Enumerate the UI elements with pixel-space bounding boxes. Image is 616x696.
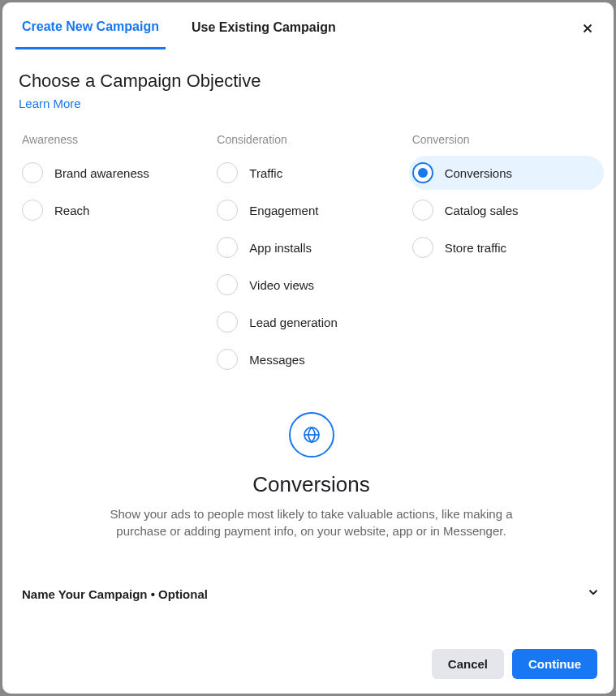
cancel-button[interactable]: Cancel <box>432 649 504 679</box>
radio-label: Conversions <box>445 166 512 180</box>
tab-create-new[interactable]: Create New Campaign <box>15 5 166 49</box>
radio-label: Engagement <box>249 204 318 217</box>
column-header-consideration: Consideration <box>213 133 408 146</box>
column-awareness: Awareness Brand awareness Reach <box>19 133 213 380</box>
learn-more-link[interactable]: Learn More <box>19 97 81 110</box>
radio-label: Store traffic <box>445 241 506 255</box>
column-header-conversion: Conversion <box>409 133 604 146</box>
objective-catalog-sales[interactable]: Catalog sales <box>409 193 604 227</box>
radio-icon <box>217 311 238 333</box>
objective-conversions[interactable]: Conversions <box>409 156 604 190</box>
radio-label: Lead generation <box>249 316 337 329</box>
name-campaign-toggle[interactable]: Name Your Campaign • Optional <box>19 578 604 609</box>
radio-label: Messages <box>249 353 304 367</box>
tab-use-existing[interactable]: Use Existing Campaign <box>185 6 342 48</box>
chevron-down-icon <box>586 585 601 603</box>
radio-label: Brand awareness <box>54 166 149 180</box>
modal-footer: Cancel Continue <box>2 638 614 694</box>
radio-label: Video views <box>249 278 314 292</box>
objective-detail-description: Show your ads to people most likely to t… <box>84 505 539 539</box>
campaign-modal: Create New Campaign Use Existing Campaig… <box>2 2 614 694</box>
objective-brand-awareness[interactable]: Brand awareness <box>19 156 213 190</box>
radio-icon <box>217 200 238 221</box>
objective-columns: Awareness Brand awareness Reach Consider… <box>19 133 604 380</box>
radio-icon <box>217 237 238 258</box>
objective-video-views[interactable]: Video views <box>213 268 408 302</box>
radio-icon <box>412 200 433 221</box>
radio-icon <box>412 162 433 183</box>
column-consideration: Consideration Traffic Engagement App ins… <box>213 133 408 380</box>
radio-icon <box>217 162 238 183</box>
objective-reach[interactable]: Reach <box>19 193 213 227</box>
radio-icon <box>412 237 433 258</box>
objective-detail-title: Conversions <box>51 472 571 497</box>
radio-label: Reach <box>54 204 89 217</box>
globe-icon <box>289 412 334 458</box>
modal-tabs: Create New Campaign Use Existing Campaig… <box>2 2 614 51</box>
page-title: Choose a Campaign Objective <box>19 71 604 92</box>
objective-engagement[interactable]: Engagement <box>213 193 408 227</box>
continue-button[interactable]: Continue <box>512 649 597 679</box>
modal-body[interactable]: Choose a Campaign Objective Learn More A… <box>2 51 614 638</box>
radio-label: Traffic <box>249 166 282 180</box>
objective-traffic[interactable]: Traffic <box>213 156 408 190</box>
radio-icon <box>22 200 43 221</box>
radio-label: Catalog sales <box>445 204 519 217</box>
radio-icon <box>217 349 238 370</box>
name-campaign-label: Name Your Campaign • Optional <box>22 587 208 601</box>
column-conversion: Conversion Conversions Catalog sales Sto… <box>409 133 604 380</box>
radio-icon <box>22 162 43 183</box>
objective-store-traffic[interactable]: Store traffic <box>409 230 604 264</box>
close-icon <box>580 21 595 36</box>
column-header-awareness: Awareness <box>19 133 213 146</box>
close-button[interactable] <box>576 17 599 40</box>
objective-detail: Conversions Show your ads to people most… <box>19 412 604 539</box>
radio-icon <box>217 274 238 295</box>
objective-messages[interactable]: Messages <box>213 342 408 376</box>
objective-lead-generation[interactable]: Lead generation <box>213 305 408 339</box>
objective-app-installs[interactable]: App installs <box>213 230 408 264</box>
radio-label: App installs <box>249 241 312 255</box>
